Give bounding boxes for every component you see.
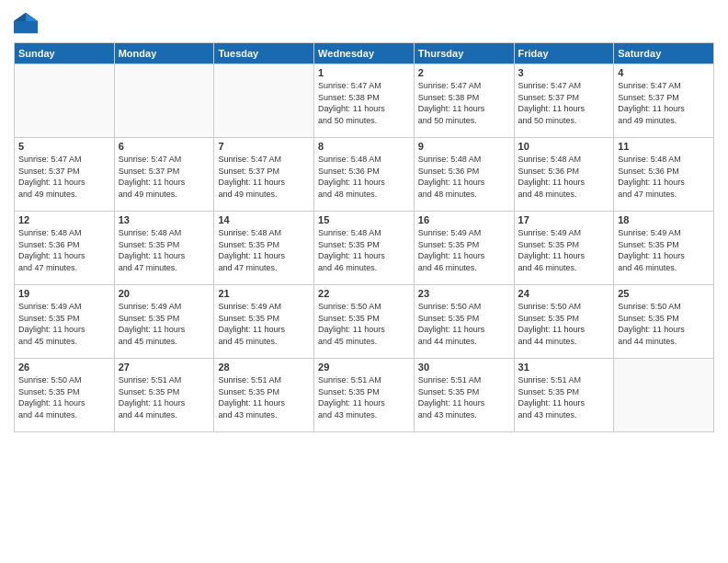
calendar-cell: 6Sunrise: 5:47 AM Sunset: 5:37 PM Daylig… [114,138,214,212]
day-info: Sunrise: 5:51 AM Sunset: 5:35 PM Dayligh… [119,374,210,420]
day-info: Sunrise: 5:49 AM Sunset: 5:35 PM Dayligh… [618,227,710,273]
day-number: 21 [218,288,310,299]
day-info: Sunrise: 5:48 AM Sunset: 5:36 PM Dayligh… [418,154,510,200]
day-info: Sunrise: 5:48 AM Sunset: 5:36 PM Dayligh… [618,154,710,200]
day-number: 18 [618,214,710,225]
calendar-cell: 20Sunrise: 5:49 AM Sunset: 5:35 PM Dayli… [114,285,214,359]
calendar-cell: 11Sunrise: 5:48 AM Sunset: 5:36 PM Dayli… [614,138,714,212]
day-info: Sunrise: 5:49 AM Sunset: 5:35 PM Dayligh… [218,301,310,347]
weekday-header: Friday [514,43,614,64]
calendar-cell: 19Sunrise: 5:49 AM Sunset: 5:35 PM Dayli… [15,285,115,359]
calendar-cell: 23Sunrise: 5:50 AM Sunset: 5:35 PM Dayli… [414,285,514,359]
day-number: 22 [318,288,410,299]
day-number: 20 [119,288,210,299]
day-info: Sunrise: 5:51 AM Sunset: 5:35 PM Dayligh… [518,374,610,420]
calendar-cell: 2Sunrise: 5:47 AM Sunset: 5:38 PM Daylig… [414,64,514,138]
calendar-cell: 26Sunrise: 5:50 AM Sunset: 5:35 PM Dayli… [15,359,115,432]
day-number: 27 [119,362,210,373]
day-info: Sunrise: 5:51 AM Sunset: 5:35 PM Dayligh… [218,374,310,420]
day-info: Sunrise: 5:50 AM Sunset: 5:35 PM Dayligh… [618,301,710,347]
day-info: Sunrise: 5:47 AM Sunset: 5:38 PM Dayligh… [318,80,410,126]
day-number: 15 [318,214,410,225]
day-info: Sunrise: 5:49 AM Sunset: 5:35 PM Dayligh… [119,301,210,347]
day-number: 29 [318,362,410,373]
calendar-cell: 15Sunrise: 5:48 AM Sunset: 5:35 PM Dayli… [314,212,415,285]
day-number: 19 [18,288,110,299]
calendar-cell: 7Sunrise: 5:47 AM Sunset: 5:37 PM Daylig… [214,138,314,212]
calendar-cell: 28Sunrise: 5:51 AM Sunset: 5:35 PM Dayli… [214,359,314,432]
day-number: 24 [518,288,610,299]
day-info: Sunrise: 5:48 AM Sunset: 5:35 PM Dayligh… [218,227,310,273]
day-info: Sunrise: 5:50 AM Sunset: 5:35 PM Dayligh… [18,374,110,420]
calendar-cell: 17Sunrise: 5:49 AM Sunset: 5:35 PM Dayli… [514,212,614,285]
logo-icon [14,9,40,35]
calendar-cell: 4Sunrise: 5:47 AM Sunset: 5:37 PM Daylig… [614,64,714,138]
day-number: 3 [518,67,610,78]
calendar-cell: 16Sunrise: 5:49 AM Sunset: 5:35 PM Dayli… [414,212,514,285]
calendar-week-row: 12Sunrise: 5:48 AM Sunset: 5:36 PM Dayli… [15,212,714,285]
calendar-cell [114,64,214,138]
day-info: Sunrise: 5:50 AM Sunset: 5:35 PM Dayligh… [518,301,610,347]
svg-marker-1 [26,13,38,21]
svg-marker-2 [14,13,26,21]
weekday-header: Tuesday [214,43,314,64]
day-info: Sunrise: 5:48 AM Sunset: 5:35 PM Dayligh… [318,227,410,273]
day-number: 10 [518,141,610,152]
day-number: 11 [618,141,710,152]
calendar-cell: 8Sunrise: 5:48 AM Sunset: 5:36 PM Daylig… [314,138,415,212]
calendar-week-row: 5Sunrise: 5:47 AM Sunset: 5:37 PM Daylig… [15,138,714,212]
day-info: Sunrise: 5:50 AM Sunset: 5:35 PM Dayligh… [418,301,510,347]
day-info: Sunrise: 5:48 AM Sunset: 5:36 PM Dayligh… [318,154,410,200]
day-info: Sunrise: 5:47 AM Sunset: 5:37 PM Dayligh… [18,154,110,200]
day-info: Sunrise: 5:47 AM Sunset: 5:37 PM Dayligh… [119,154,210,200]
day-info: Sunrise: 5:51 AM Sunset: 5:35 PM Dayligh… [318,374,410,420]
calendar-week-row: 19Sunrise: 5:49 AM Sunset: 5:35 PM Dayli… [15,285,714,359]
weekday-header: Monday [114,43,214,64]
weekday-header: Sunday [15,43,115,64]
calendar-cell: 30Sunrise: 5:51 AM Sunset: 5:35 PM Dayli… [414,359,514,432]
calendar-cell: 9Sunrise: 5:48 AM Sunset: 5:36 PM Daylig… [414,138,514,212]
day-number: 28 [218,362,310,373]
day-number: 9 [418,141,510,152]
calendar-week-row: 1Sunrise: 5:47 AM Sunset: 5:38 PM Daylig… [15,64,714,138]
day-number: 1 [318,67,410,78]
day-number: 13 [119,214,210,225]
day-info: Sunrise: 5:49 AM Sunset: 5:35 PM Dayligh… [18,301,110,347]
day-number: 17 [518,214,610,225]
weekday-header: Thursday [414,43,514,64]
calendar-table: SundayMondayTuesdayWednesdayThursdayFrid… [14,42,714,432]
header [14,9,714,35]
day-info: Sunrise: 5:49 AM Sunset: 5:35 PM Dayligh… [418,227,510,273]
day-info: Sunrise: 5:49 AM Sunset: 5:35 PM Dayligh… [518,227,610,273]
day-number: 23 [418,288,510,299]
calendar-cell: 13Sunrise: 5:48 AM Sunset: 5:35 PM Dayli… [114,212,214,285]
calendar-cell [614,359,714,432]
day-number: 16 [418,214,510,225]
day-number: 7 [218,141,310,152]
logo [14,9,43,35]
day-info: Sunrise: 5:48 AM Sunset: 5:36 PM Dayligh… [518,154,610,200]
day-number: 12 [18,214,110,225]
calendar-cell: 14Sunrise: 5:48 AM Sunset: 5:35 PM Dayli… [214,212,314,285]
day-number: 31 [518,362,610,373]
calendar-cell: 21Sunrise: 5:49 AM Sunset: 5:35 PM Dayli… [214,285,314,359]
calendar-cell: 3Sunrise: 5:47 AM Sunset: 5:37 PM Daylig… [514,64,614,138]
calendar-cell [214,64,314,138]
calendar-cell: 27Sunrise: 5:51 AM Sunset: 5:35 PM Dayli… [114,359,214,432]
calendar-cell: 31Sunrise: 5:51 AM Sunset: 5:35 PM Dayli… [514,359,614,432]
page-container: SundayMondayTuesdayWednesdayThursdayFrid… [0,0,728,442]
day-number: 26 [18,362,110,373]
calendar-cell: 24Sunrise: 5:50 AM Sunset: 5:35 PM Dayli… [514,285,614,359]
calendar-cell: 1Sunrise: 5:47 AM Sunset: 5:38 PM Daylig… [314,64,415,138]
day-number: 5 [18,141,110,152]
day-number: 8 [318,141,410,152]
calendar-cell: 10Sunrise: 5:48 AM Sunset: 5:36 PM Dayli… [514,138,614,212]
calendar-cell: 29Sunrise: 5:51 AM Sunset: 5:35 PM Dayli… [314,359,415,432]
day-info: Sunrise: 5:47 AM Sunset: 5:37 PM Dayligh… [218,154,310,200]
calendar-cell: 5Sunrise: 5:47 AM Sunset: 5:37 PM Daylig… [15,138,115,212]
day-number: 6 [119,141,210,152]
calendar-week-row: 26Sunrise: 5:50 AM Sunset: 5:35 PM Dayli… [15,359,714,432]
day-info: Sunrise: 5:47 AM Sunset: 5:37 PM Dayligh… [518,80,610,126]
weekday-header: Saturday [614,43,714,64]
calendar-cell: 18Sunrise: 5:49 AM Sunset: 5:35 PM Dayli… [614,212,714,285]
